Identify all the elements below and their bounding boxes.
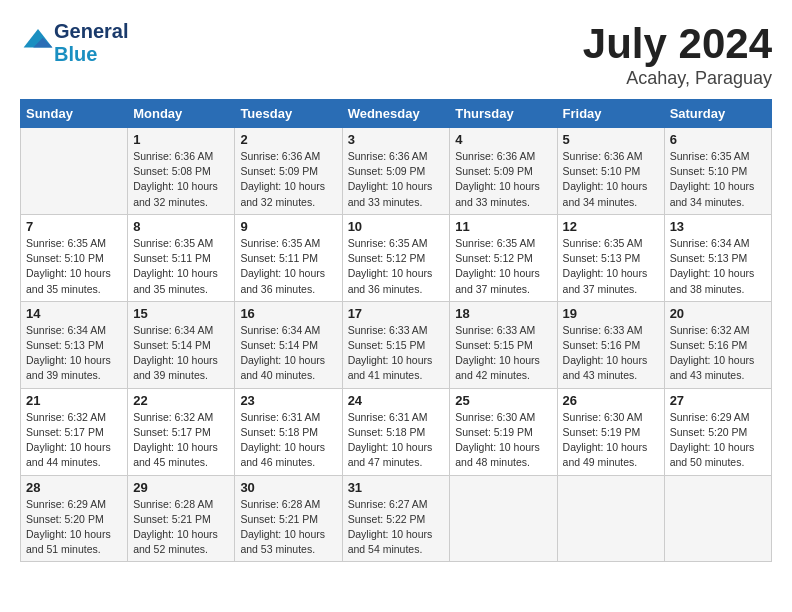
day-number: 11 [455, 219, 551, 234]
calendar-cell: 29Sunrise: 6:28 AMSunset: 5:21 PMDayligh… [128, 475, 235, 562]
header-sunday: Sunday [21, 100, 128, 128]
day-info: Sunrise: 6:33 AMSunset: 5:15 PMDaylight:… [455, 323, 551, 384]
day-number: 29 [133, 480, 229, 495]
day-info: Sunrise: 6:35 AMSunset: 5:12 PMDaylight:… [455, 236, 551, 297]
day-info: Sunrise: 6:36 AMSunset: 5:10 PMDaylight:… [563, 149, 659, 210]
day-info: Sunrise: 6:32 AMSunset: 5:17 PMDaylight:… [26, 410, 122, 471]
calendar-cell: 18Sunrise: 6:33 AMSunset: 5:15 PMDayligh… [450, 301, 557, 388]
calendar-cell: 31Sunrise: 6:27 AMSunset: 5:22 PMDayligh… [342, 475, 450, 562]
day-info: Sunrise: 6:34 AMSunset: 5:13 PMDaylight:… [26, 323, 122, 384]
day-info: Sunrise: 6:29 AMSunset: 5:20 PMDaylight:… [670, 410, 766, 471]
day-number: 24 [348, 393, 445, 408]
calendar-cell: 7Sunrise: 6:35 AMSunset: 5:10 PMDaylight… [21, 214, 128, 301]
day-number: 13 [670, 219, 766, 234]
day-number: 4 [455, 132, 551, 147]
calendar-cell: 2Sunrise: 6:36 AMSunset: 5:09 PMDaylight… [235, 128, 342, 215]
page-header: General Blue July 2024 Acahay, Paraguay [20, 20, 772, 89]
day-number: 8 [133, 219, 229, 234]
header-monday: Monday [128, 100, 235, 128]
day-number: 15 [133, 306, 229, 321]
calendar-body: 1Sunrise: 6:36 AMSunset: 5:08 PMDaylight… [21, 128, 772, 562]
calendar-cell: 15Sunrise: 6:34 AMSunset: 5:14 PMDayligh… [128, 301, 235, 388]
day-info: Sunrise: 6:36 AMSunset: 5:09 PMDaylight:… [348, 149, 445, 210]
day-info: Sunrise: 6:36 AMSunset: 5:08 PMDaylight:… [133, 149, 229, 210]
calendar-cell: 26Sunrise: 6:30 AMSunset: 5:19 PMDayligh… [557, 388, 664, 475]
calendar-week-row: 1Sunrise: 6:36 AMSunset: 5:08 PMDaylight… [21, 128, 772, 215]
calendar-cell: 5Sunrise: 6:36 AMSunset: 5:10 PMDaylight… [557, 128, 664, 215]
day-number: 20 [670, 306, 766, 321]
calendar-cell: 19Sunrise: 6:33 AMSunset: 5:16 PMDayligh… [557, 301, 664, 388]
calendar-week-row: 14Sunrise: 6:34 AMSunset: 5:13 PMDayligh… [21, 301, 772, 388]
day-info: Sunrise: 6:35 AMSunset: 5:11 PMDaylight:… [240, 236, 336, 297]
logo-icon [22, 25, 54, 57]
calendar-header-row: SundayMondayTuesdayWednesdayThursdayFrid… [21, 100, 772, 128]
day-info: Sunrise: 6:33 AMSunset: 5:15 PMDaylight:… [348, 323, 445, 384]
calendar-cell: 4Sunrise: 6:36 AMSunset: 5:09 PMDaylight… [450, 128, 557, 215]
header-tuesday: Tuesday [235, 100, 342, 128]
calendar-cell: 1Sunrise: 6:36 AMSunset: 5:08 PMDaylight… [128, 128, 235, 215]
day-info: Sunrise: 6:31 AMSunset: 5:18 PMDaylight:… [348, 410, 445, 471]
logo-text-line2: Blue [54, 43, 128, 66]
day-number: 5 [563, 132, 659, 147]
day-number: 31 [348, 480, 445, 495]
day-number: 17 [348, 306, 445, 321]
header-thursday: Thursday [450, 100, 557, 128]
calendar-cell [557, 475, 664, 562]
day-number: 6 [670, 132, 766, 147]
calendar-cell: 14Sunrise: 6:34 AMSunset: 5:13 PMDayligh… [21, 301, 128, 388]
day-number: 22 [133, 393, 229, 408]
day-number: 12 [563, 219, 659, 234]
calendar-cell: 28Sunrise: 6:29 AMSunset: 5:20 PMDayligh… [21, 475, 128, 562]
calendar-cell: 8Sunrise: 6:35 AMSunset: 5:11 PMDaylight… [128, 214, 235, 301]
calendar-cell: 25Sunrise: 6:30 AMSunset: 5:19 PMDayligh… [450, 388, 557, 475]
logo-text-line1: General [54, 20, 128, 43]
day-info: Sunrise: 6:36 AMSunset: 5:09 PMDaylight:… [240, 149, 336, 210]
logo: General Blue [20, 20, 128, 66]
calendar-week-row: 21Sunrise: 6:32 AMSunset: 5:17 PMDayligh… [21, 388, 772, 475]
day-number: 2 [240, 132, 336, 147]
day-info: Sunrise: 6:29 AMSunset: 5:20 PMDaylight:… [26, 497, 122, 558]
day-info: Sunrise: 6:35 AMSunset: 5:12 PMDaylight:… [348, 236, 445, 297]
day-info: Sunrise: 6:30 AMSunset: 5:19 PMDaylight:… [455, 410, 551, 471]
day-number: 16 [240, 306, 336, 321]
day-info: Sunrise: 6:35 AMSunset: 5:11 PMDaylight:… [133, 236, 229, 297]
day-info: Sunrise: 6:28 AMSunset: 5:21 PMDaylight:… [240, 497, 336, 558]
calendar-cell [450, 475, 557, 562]
calendar-cell: 27Sunrise: 6:29 AMSunset: 5:20 PMDayligh… [664, 388, 771, 475]
day-number: 7 [26, 219, 122, 234]
calendar-cell: 16Sunrise: 6:34 AMSunset: 5:14 PMDayligh… [235, 301, 342, 388]
calendar-week-row: 28Sunrise: 6:29 AMSunset: 5:20 PMDayligh… [21, 475, 772, 562]
day-info: Sunrise: 6:34 AMSunset: 5:14 PMDaylight:… [240, 323, 336, 384]
day-info: Sunrise: 6:35 AMSunset: 5:10 PMDaylight:… [670, 149, 766, 210]
day-number: 9 [240, 219, 336, 234]
day-number: 28 [26, 480, 122, 495]
day-info: Sunrise: 6:34 AMSunset: 5:14 PMDaylight:… [133, 323, 229, 384]
day-info: Sunrise: 6:32 AMSunset: 5:16 PMDaylight:… [670, 323, 766, 384]
calendar-cell: 23Sunrise: 6:31 AMSunset: 5:18 PMDayligh… [235, 388, 342, 475]
header-wednesday: Wednesday [342, 100, 450, 128]
day-info: Sunrise: 6:35 AMSunset: 5:10 PMDaylight:… [26, 236, 122, 297]
day-info: Sunrise: 6:35 AMSunset: 5:13 PMDaylight:… [563, 236, 659, 297]
day-number: 21 [26, 393, 122, 408]
calendar-cell: 17Sunrise: 6:33 AMSunset: 5:15 PMDayligh… [342, 301, 450, 388]
calendar-cell: 13Sunrise: 6:34 AMSunset: 5:13 PMDayligh… [664, 214, 771, 301]
day-number: 27 [670, 393, 766, 408]
day-number: 18 [455, 306, 551, 321]
day-number: 26 [563, 393, 659, 408]
day-info: Sunrise: 6:34 AMSunset: 5:13 PMDaylight:… [670, 236, 766, 297]
day-number: 1 [133, 132, 229, 147]
day-info: Sunrise: 6:33 AMSunset: 5:16 PMDaylight:… [563, 323, 659, 384]
calendar-cell: 12Sunrise: 6:35 AMSunset: 5:13 PMDayligh… [557, 214, 664, 301]
day-number: 14 [26, 306, 122, 321]
calendar-week-row: 7Sunrise: 6:35 AMSunset: 5:10 PMDaylight… [21, 214, 772, 301]
day-number: 23 [240, 393, 336, 408]
location-subtitle: Acahay, Paraguay [583, 68, 772, 89]
day-number: 3 [348, 132, 445, 147]
calendar-cell [21, 128, 128, 215]
header-friday: Friday [557, 100, 664, 128]
day-info: Sunrise: 6:31 AMSunset: 5:18 PMDaylight:… [240, 410, 336, 471]
calendar-cell: 6Sunrise: 6:35 AMSunset: 5:10 PMDaylight… [664, 128, 771, 215]
calendar-cell: 21Sunrise: 6:32 AMSunset: 5:17 PMDayligh… [21, 388, 128, 475]
title-block: July 2024 Acahay, Paraguay [583, 20, 772, 89]
day-number: 19 [563, 306, 659, 321]
